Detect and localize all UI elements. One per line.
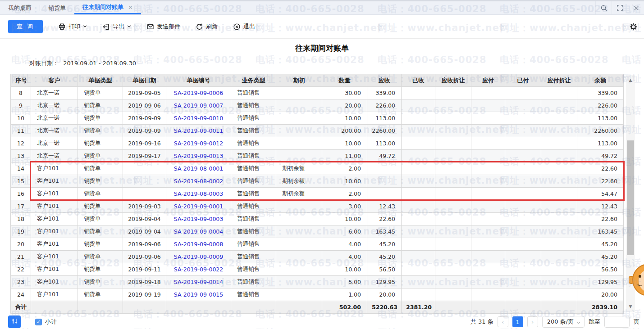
- doc-number-link[interactable]: SA-2019-09-0009: [174, 253, 224, 260]
- cell: [471, 175, 505, 188]
- total-cell: [276, 301, 322, 314]
- scroll-down-arrow-icon[interactable]: ▼: [626, 302, 635, 311]
- page-size-select[interactable]: 200 条/页: [542, 316, 585, 328]
- doc-number-link[interactable]: SA-2019-09-0014: [174, 279, 224, 285]
- cell: 3.00: [322, 200, 367, 213]
- doc-number-link[interactable]: SA-2019-09-0003: [174, 216, 224, 222]
- chevron-down-icon: [577, 319, 580, 325]
- assistant-mascot-icon[interactable]: [629, 263, 644, 299]
- tab-my-desktop[interactable]: 我的桌面: [0, 1, 40, 14]
- query-button[interactable]: 查 询: [8, 20, 43, 33]
- total-cell: 2839.10: [577, 301, 624, 314]
- cell: [435, 99, 471, 112]
- cell: 14: [11, 162, 31, 175]
- cell: 普通销售: [231, 200, 276, 213]
- column-header: 已收: [402, 74, 435, 87]
- print-button[interactable]: 打印: [58, 23, 87, 31]
- cell: [435, 125, 471, 137]
- doc-number-link[interactable]: SA-2019-08-0002: [174, 178, 224, 185]
- tab-sales-order[interactable]: 销货单: [40, 1, 74, 14]
- cell: [505, 225, 541, 238]
- cell: [435, 200, 471, 213]
- doc-number-link[interactable]: SA-2019-09-0011: [174, 127, 224, 134]
- cell: [471, 99, 505, 112]
- cell: 2019-09-05: [123, 87, 166, 99]
- jump-page-input[interactable]: [604, 316, 630, 328]
- refresh-button[interactable]: 刷新: [196, 23, 218, 31]
- cell: [541, 188, 577, 200]
- cell: 45.20: [577, 251, 624, 263]
- settings-gear-icon[interactable]: [629, 23, 638, 31]
- doc-number-link[interactable]: SA-2019-08-0001: [174, 165, 224, 172]
- cell: 普通销售: [231, 150, 276, 162]
- cell: 15: [11, 175, 31, 188]
- exit-button[interactable]: 退出: [233, 23, 255, 31]
- cell: 12.43: [367, 200, 402, 213]
- cell: SA-2019-09-0006: [166, 87, 231, 99]
- cell: [435, 137, 471, 150]
- cell: 45.20: [367, 238, 402, 251]
- cell: 2260.00: [577, 125, 624, 137]
- cell: [402, 225, 435, 238]
- column-header: 应收折让: [435, 74, 471, 87]
- column-header: 应付折让: [541, 74, 577, 87]
- cell: 20: [11, 238, 31, 251]
- cell: 期初余额: [276, 162, 322, 175]
- cell: [541, 288, 577, 301]
- column-header: 应付: [471, 74, 505, 87]
- table-row: 13北京一诺销货单2019-09-17SA-2019-09-0013普通销售11…: [11, 150, 624, 162]
- doc-number-link[interactable]: SA-2019-09-0008: [174, 241, 224, 248]
- doc-number-link[interactable]: SA-2019-09-0010: [174, 115, 224, 122]
- export-icon: [102, 23, 110, 31]
- cell: SA-2019-09-0009: [166, 251, 231, 263]
- doc-number-link[interactable]: SA-2019-09-0022: [174, 266, 224, 273]
- cell: 销货单: [78, 200, 123, 213]
- search-icon[interactable]: [595, 1, 612, 14]
- cell: 客户101: [31, 288, 78, 301]
- column-header: 业务类型: [231, 74, 276, 87]
- cell: [505, 263, 541, 276]
- fullscreen-icon[interactable]: [612, 1, 628, 14]
- cell: 销货单: [78, 99, 123, 112]
- subtotal-checkbox[interactable]: ✓: [35, 319, 42, 325]
- cell: 49.72: [577, 150, 624, 162]
- current-page-button[interactable]: 1: [512, 316, 523, 327]
- send-email-button[interactable]: 发送邮件: [146, 23, 180, 31]
- cell: 普通销售: [231, 175, 276, 188]
- table-row: 22客户101销货单2019-09-11SA-2019-09-0022普通销售1…: [11, 263, 624, 276]
- doc-number-link[interactable]: SA-2019-09-0012: [174, 140, 224, 147]
- cell: 17: [11, 200, 31, 213]
- cell: 56.50: [367, 263, 402, 276]
- cell: [471, 238, 505, 251]
- cell: [402, 238, 435, 251]
- cell: SA-2019-09-0010: [166, 112, 231, 125]
- doc-number-link[interactable]: SA-2019-09-0004: [174, 228, 224, 235]
- next-page-button[interactable]: ›: [527, 316, 538, 327]
- prev-page-button[interactable]: ‹: [498, 316, 508, 327]
- cell: [276, 213, 322, 225]
- doc-number-link[interactable]: SA-2019-09-0007: [174, 102, 224, 109]
- reconciliation-date: 对账日期： 2019.09.01 - 2019.09.30: [29, 59, 136, 68]
- tab-reconciliation-statement[interactable]: 往来期间对账单 ✕: [74, 1, 141, 14]
- doc-number-link[interactable]: SA-2019-09-0015: [174, 291, 224, 298]
- total-cell: [123, 301, 166, 314]
- column-config-button[interactable]: [8, 315, 21, 328]
- cell: 22: [11, 263, 31, 276]
- doc-number-link[interactable]: SA-2019-08-0003: [174, 190, 224, 197]
- tab-close-icon[interactable]: ✕: [128, 4, 133, 11]
- scroll-up-arrow-icon[interactable]: ▲: [626, 76, 635, 85]
- doc-number-link[interactable]: SA-2019-09-0006: [174, 90, 224, 96]
- cell: [435, 276, 471, 288]
- export-button[interactable]: 导出: [102, 23, 131, 31]
- scrollbar-thumb[interactable]: [627, 140, 634, 255]
- watermark-text: 电话：400-665-0028: [500, 54, 609, 66]
- cell: 普通销售: [231, 276, 276, 288]
- export-label: 导出: [113, 23, 124, 31]
- cell: [471, 251, 505, 263]
- doc-number-link[interactable]: SA-2019-09-0001: [174, 203, 224, 210]
- subtotal-toggle[interactable]: ✓ 小计: [35, 318, 57, 326]
- cell: 200.00: [322, 125, 367, 137]
- cell: 12: [11, 137, 31, 150]
- close-icon[interactable]: [628, 1, 644, 14]
- doc-number-link[interactable]: SA-2019-09-0013: [174, 153, 224, 159]
